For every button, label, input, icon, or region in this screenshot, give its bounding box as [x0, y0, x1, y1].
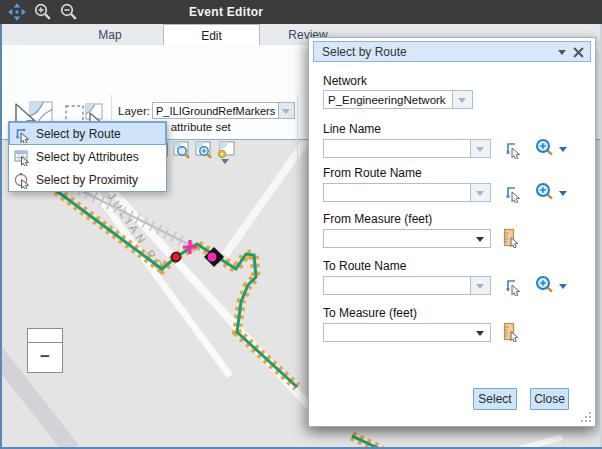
from-measure-pick-icon[interactable] [501, 228, 521, 248]
divider [297, 95, 298, 179]
tab-edit[interactable]: Edit [163, 24, 260, 45]
panel-collapse-caret[interactable] [558, 50, 566, 55]
layer-dropdown-button[interactable] [278, 103, 294, 118]
select-tool-menu: Select by Route Select by Attributes Sel… [8, 121, 167, 192]
zoom-to-feature-icon[interactable] [195, 141, 213, 159]
tab-map[interactable]: Map [60, 24, 160, 45]
to-route-zoom-caret[interactable] [559, 284, 567, 289]
close-button[interactable]: Close [530, 388, 569, 410]
network-label: Network [323, 74, 367, 88]
line-name-dropdown-button[interactable] [470, 140, 490, 157]
menu-item-label: Select by Proximity [36, 173, 138, 187]
network-dropdown[interactable]: P_EngineeringNetwork [323, 90, 473, 109]
selection-options-caret[interactable] [221, 159, 229, 164]
line-name-dropdown[interactable] [323, 139, 491, 158]
map-zoom-control: − [27, 328, 63, 373]
select-button[interactable]: Select [473, 388, 517, 410]
menu-item-label: Select by Attributes [36, 150, 139, 164]
to-route-dropdown[interactable] [323, 276, 491, 295]
from-route-pick-on-map-icon[interactable] [503, 183, 523, 203]
select-by-proximity-icon [13, 171, 31, 189]
line-pick-on-map-icon[interactable] [503, 139, 523, 159]
to-route-label: To Route Name [323, 259, 406, 273]
layer-label: Layer: [118, 105, 150, 117]
zoom-in-icon[interactable] [33, 2, 53, 22]
panel-resize-grip[interactable] [580, 411, 592, 423]
to-measure-dropdown[interactable] [323, 323, 491, 342]
app-border [0, 24, 2, 449]
select-by-route-panel: Select by Route Network P_EngineeringNet… [308, 37, 596, 427]
app-title: Event Editor [189, 5, 263, 19]
menu-item-label: Select by Route [36, 127, 121, 141]
to-route-zoom-icon[interactable] [535, 275, 555, 295]
from-route-dropdown-button[interactable] [470, 184, 490, 201]
line-zoom-icon[interactable] [535, 138, 555, 158]
menu-item-select-by-attributes[interactable]: Select by Attributes [9, 145, 166, 168]
menu-item-select-by-proximity[interactable]: Select by Proximity [9, 168, 166, 191]
from-route-zoom-caret[interactable] [559, 191, 567, 196]
from-route-dropdown[interactable] [323, 183, 491, 202]
to-route-dropdown-button[interactable] [470, 277, 490, 294]
panel-close-icon[interactable] [573, 47, 584, 58]
title-bar: Event Editor [0, 0, 602, 24]
network-value: P_EngineeringNetwork [328, 94, 446, 106]
panel-header[interactable]: Select by Route [313, 41, 591, 62]
zoom-out-icon[interactable] [59, 2, 79, 22]
red-point-marker [172, 253, 181, 262]
pan-icon[interactable] [7, 2, 27, 22]
zoom-to-selection-icon[interactable] [173, 141, 191, 159]
from-route-label: From Route Name [323, 166, 422, 180]
road [225, 139, 308, 255]
zoom-out-button[interactable]: − [28, 343, 62, 373]
selection-options-icon[interactable] [217, 141, 235, 159]
from-measure-label: From Measure (feet) [323, 212, 432, 226]
to-measure-pick-icon[interactable] [501, 322, 521, 342]
road [72, 160, 230, 376]
panel-title: Select by Route [322, 45, 407, 59]
layer-dropdown[interactable]: P_ILIGroundRefMarkers [152, 102, 295, 119]
layer-dropdown-value: P_ILIGroundRefMarkers [156, 105, 275, 117]
menu-item-select-by-route[interactable]: Select by Route [9, 122, 166, 145]
network-dropdown-button[interactable] [452, 91, 472, 108]
from-measure-dropdown[interactable] [323, 229, 491, 248]
line-name-label: Line Name [323, 122, 381, 136]
to-route-pick-on-map-icon[interactable] [503, 276, 523, 296]
select-by-route-icon [13, 125, 31, 143]
from-route-zoom-icon[interactable] [535, 182, 555, 202]
line-zoom-caret[interactable] [559, 147, 567, 152]
to-measure-label: To Measure (feet) [323, 306, 417, 320]
event-editor-app: JULIAN RD − [0, 0, 602, 449]
select-by-attributes-icon [13, 148, 31, 166]
